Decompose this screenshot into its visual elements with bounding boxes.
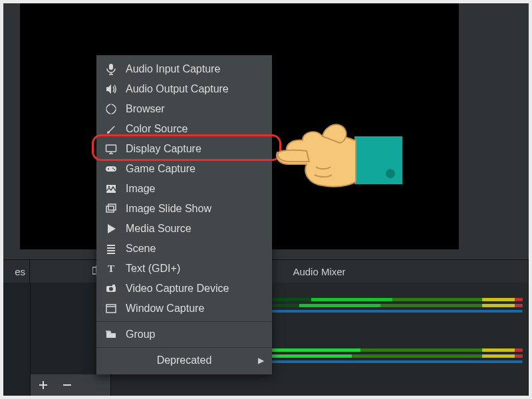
scenes-panel[interactable]	[3, 283, 31, 396]
svg-point-6	[112, 168, 114, 169]
menu-item-play[interactable]: Media Source	[96, 219, 272, 239]
chevron-right-icon: ▶	[258, 356, 264, 365]
menu-item-speaker[interactable]: Audio Output Capture	[96, 79, 272, 99]
menu-item-label: Video Capture Device	[126, 283, 264, 295]
folder-icon	[104, 328, 118, 341]
menu-item-window[interactable]: Window Capture	[96, 299, 272, 319]
svg-rect-4	[106, 145, 116, 152]
camera-icon	[104, 282, 118, 295]
menu-item-globe[interactable]: Browser	[96, 99, 272, 119]
image-icon	[104, 182, 118, 196]
menu-item-label: Deprecated	[157, 354, 212, 366]
menu-item-group[interactable]: Group	[96, 325, 272, 344]
list-icon	[104, 242, 118, 255]
window-icon	[104, 302, 118, 315]
sources-toolbar	[31, 374, 110, 396]
menu-separator	[96, 347, 272, 348]
svg-rect-16	[106, 305, 116, 313]
svg-point-14	[109, 287, 113, 291]
menu-item-label: Media Source	[126, 223, 264, 235]
dock-label: Audio Mixer	[293, 266, 345, 277]
menu-item-slides[interactable]: Image Slide Show	[96, 199, 272, 219]
menu-separator	[96, 321, 272, 322]
play-icon	[104, 222, 118, 235]
menu-item-image[interactable]: Image	[96, 179, 272, 199]
menu-item-text[interactable]: TText (GDI+)	[96, 259, 272, 279]
menu-item-camera[interactable]: Video Capture Device	[96, 279, 272, 299]
add-source-button[interactable]	[37, 379, 49, 391]
menu-item-label: Audio Output Capture	[126, 83, 264, 95]
svg-rect-5	[106, 166, 116, 172]
menu-item-label: Browser	[126, 103, 264, 115]
menu-item-deprecated[interactable]: Deprecated▶	[96, 350, 272, 370]
add-source-context-menu: Audio Input CaptureAudio Output CaptureB…	[96, 55, 272, 374]
dock-label: es	[15, 266, 25, 277]
menu-item-mic[interactable]: Audio Input Capture	[96, 59, 272, 79]
remove-source-button[interactable]	[61, 379, 73, 391]
menu-item-label: Image	[126, 183, 264, 195]
monitor-icon	[104, 142, 118, 156]
menu-item-monitor[interactable]: Display Capture	[96, 139, 272, 159]
menu-item-list[interactable]: Scene	[96, 239, 272, 259]
menu-item-brush[interactable]: Color Source	[96, 119, 272, 139]
svg-point-9	[108, 186, 110, 188]
menu-item-label: Text (GDI+)	[126, 263, 264, 275]
slides-icon	[104, 202, 118, 215]
brush-icon	[104, 122, 118, 136]
menu-item-label: Game Capture	[126, 163, 264, 175]
menu-item-label: Display Capture	[126, 143, 264, 155]
svg-rect-2	[109, 64, 113, 70]
svg-point-7	[114, 169, 115, 170]
svg-rect-10	[108, 204, 116, 210]
menu-item-label: Audio Input Capture	[126, 63, 264, 75]
svg-rect-11	[106, 206, 114, 212]
menu-item-label: Window Capture	[126, 303, 264, 315]
gamepad-icon	[104, 162, 118, 176]
menu-item-gamepad[interactable]: Game Capture	[96, 159, 272, 179]
mic-icon	[104, 63, 118, 76]
speaker-icon	[104, 82, 118, 96]
menu-item-label: Scene	[126, 243, 264, 255]
globe-icon	[104, 102, 118, 116]
svg-text:T: T	[108, 263, 114, 274]
menu-item-label: Group	[126, 329, 264, 340]
svg-rect-15	[112, 285, 115, 286]
menu-item-label: Color Source	[126, 123, 264, 135]
text-icon: T	[104, 262, 118, 275]
dock-header-scenes[interactable]: es	[3, 259, 30, 283]
menu-item-label: Image Slide Show	[126, 203, 264, 215]
